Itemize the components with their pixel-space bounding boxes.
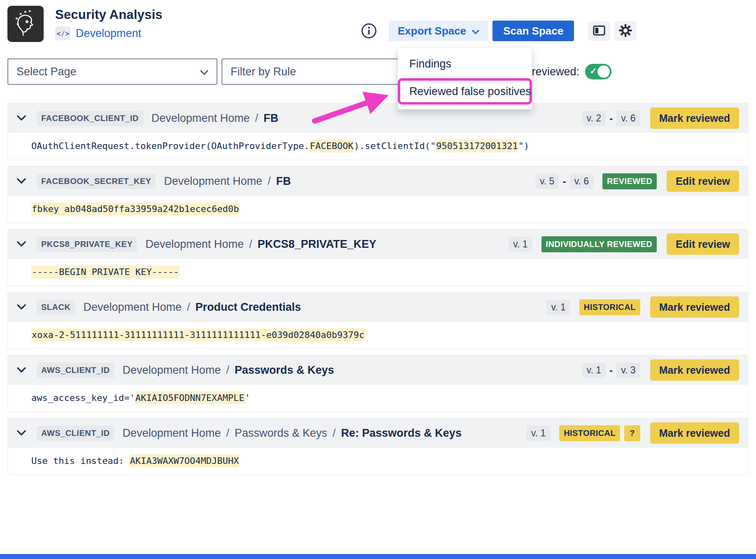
boards-view-button[interactable]: [588, 21, 610, 41]
menu-item-reviewed-false-positives[interactable]: Reviewed false positives: [398, 78, 532, 105]
breadcrumb: Development Home/FB: [164, 175, 291, 188]
breadcrumb-link[interactable]: Development Home: [123, 427, 221, 440]
code-snippet: OAuthClientRequest.tokenProvider(OAuthPr…: [31, 140, 529, 152]
settings-button[interactable]: [614, 21, 637, 41]
breadcrumb-separator: /: [226, 364, 229, 377]
svg-text:*: *: [16, 22, 19, 28]
finding-code: Use this instead: AKIA3WAXW7OO4MDJBUHX: [8, 448, 748, 475]
page-title: Security Analysis: [55, 7, 163, 22]
code-text: ).setClientId(": [354, 141, 436, 151]
scan-space-button[interactable]: Scan Space: [492, 21, 574, 41]
breadcrumb-link[interactable]: Development Home: [145, 238, 244, 251]
breadcrumb: Development Home/FB: [152, 112, 278, 125]
version-badge: v. 6: [570, 174, 593, 189]
check-icon: ✓: [590, 66, 597, 76]
finding-header: AWS_CLIENT_ID Development Home/Passwords…: [8, 355, 748, 385]
findings-list: FACEBOOK_CLIENT_ID Development Home/FB v…: [7, 103, 749, 475]
breadcrumb-link[interactable]: Re: Passwords & Keys: [341, 427, 462, 440]
space-row: </> Development: [55, 26, 163, 40]
secret-match: AKIA3WAXW7OO4MDJBUHX: [129, 454, 239, 467]
help-badge[interactable]: ?: [624, 425, 640, 441]
select-page-value: Select Page: [16, 65, 77, 78]
svg-text:*: *: [24, 10, 27, 16]
finding-header: FACEBOOK_CLIENT_ID Development Home/FB v…: [8, 103, 748, 133]
version-range: v. 2-v. 6: [582, 111, 640, 126]
secret-match: FACEBOOK: [310, 140, 354, 152]
export-menu: FindingsReviewed false positives: [398, 48, 532, 109]
breadcrumb-link[interactable]: FB: [276, 175, 291, 188]
code-text: Use this instead:: [31, 456, 129, 466]
finding-card: FACEBOOK_CLIENT_ID Development Home/FB v…: [7, 103, 749, 160]
finding-code: OAuthClientRequest.tokenProvider(OAuthPr…: [8, 133, 748, 160]
breadcrumb-link[interactable]: Development Home: [83, 301, 182, 314]
action-button[interactable]: Edit review: [667, 233, 739, 255]
version-dash: -: [562, 175, 566, 187]
action-button[interactable]: Mark reviewed: [650, 107, 739, 129]
secret-match: xoxa-2-511111111-31111111111-31111111111…: [31, 328, 365, 341]
rule-badge: FACEBOOK_CLIENT_ID: [37, 111, 143, 126]
breadcrumb: Development Home/Passwords & Keys/Re: Pa…: [123, 427, 462, 440]
breadcrumb-link[interactable]: Passwords & Keys: [235, 427, 327, 440]
menu-item-findings[interactable]: Findings: [398, 52, 532, 76]
breadcrumb-link[interactable]: Development Home: [152, 112, 250, 125]
finding-header: AWS_CLIENT_ID Development Home/Passwords…: [8, 418, 748, 448]
svg-text:*: *: [19, 12, 22, 18]
code-snippet: fbkey ab048ad50ffa33959a242b1ecec6ed0b: [31, 203, 239, 215]
action-button[interactable]: Mark reviewed: [650, 422, 739, 444]
finding-code: xoxa-2-511111111-31111111111-31111111111…: [8, 322, 748, 349]
version-range: v. 5-v. 6: [535, 174, 593, 189]
toggle-knob: [597, 65, 610, 78]
breadcrumb-separator: /: [226, 427, 229, 440]
version-badge: v. 1: [546, 300, 570, 315]
select-page-dropdown[interactable]: Select Page: [7, 58, 217, 85]
export-space-label: Export Space: [398, 25, 466, 37]
breadcrumb-link[interactable]: PKCS8_PRIVATE_KEY: [257, 238, 376, 251]
expand-chevron-icon[interactable]: [17, 115, 26, 121]
breadcrumb-link[interactable]: Passwords & Keys: [235, 364, 334, 377]
header-actions: Export Space Scan Space: [361, 21, 637, 41]
chevron-down-icon: [472, 25, 479, 37]
action-button[interactable]: Mark reviewed: [650, 296, 739, 318]
expand-chevron-icon[interactable]: [17, 430, 26, 436]
svg-text:*: *: [15, 16, 18, 22]
chevron-down-icon: [200, 65, 208, 78]
action-button[interactable]: Mark reviewed: [650, 359, 739, 381]
version-range: v. 1: [509, 237, 532, 252]
finding-code: fbkey ab048ad50ffa33959a242b1ecec6ed0b: [8, 196, 748, 223]
status-badges: HISTORICAL: [579, 299, 640, 315]
secret-match: AKIAIO5FODNN7EXAMPLE: [135, 391, 245, 404]
info-icon[interactable]: [361, 23, 377, 39]
code-text: ': [245, 393, 250, 403]
expand-chevron-icon[interactable]: [17, 367, 26, 373]
finding-code: -----BEGIN PRIVATE KEY-----: [8, 259, 748, 286]
status-badges: REVIEWED: [602, 173, 657, 189]
finding-card: AWS_CLIENT_ID Development Home/Passwords…: [7, 355, 749, 412]
breadcrumb-link[interactable]: Product Credentials: [196, 301, 301, 314]
version-dash: -: [609, 112, 613, 124]
version-badge: v. 1: [509, 237, 532, 252]
space-link[interactable]: Development: [76, 27, 141, 40]
space-type-icon: </>: [55, 26, 71, 40]
code-text: "): [518, 141, 530, 151]
action-button[interactable]: Edit review: [667, 170, 739, 192]
expand-chevron-icon[interactable]: [17, 304, 26, 310]
breadcrumb-link[interactable]: Development Home: [123, 364, 221, 377]
finding-header-right: v. 1-v. 3 Mark reviewed: [582, 359, 739, 381]
rule-badge: SLACK: [37, 300, 75, 315]
code-snippet: aws_access_key_id='AKIAIO5FODNN7EXAMPLE': [31, 391, 250, 404]
breadcrumb-link[interactable]: FB: [264, 112, 278, 125]
svg-text:*: *: [28, 10, 31, 15]
code-snippet: Use this instead: AKIA3WAXW7OO4MDJBUHX: [31, 454, 239, 467]
breadcrumb-link[interactable]: Development Home: [164, 175, 262, 188]
expand-chevron-icon[interactable]: [17, 178, 26, 184]
finding-header-right: v. 5-v. 6 REVIEWED Edit review: [535, 170, 739, 192]
expand-chevron-icon[interactable]: [17, 241, 26, 247]
export-space-button[interactable]: Export Space: [389, 21, 488, 41]
reviewed-toggle-group: y reviewed: ✓: [523, 64, 611, 79]
finding-header-right: v. 2-v. 6 Mark reviewed: [582, 107, 739, 129]
rule-badge: AWS_CLIENT_ID: [37, 426, 114, 441]
reviewed-toggle[interactable]: ✓: [585, 64, 611, 79]
app-header: ** ** * Security Analysis </> Developmen…: [0, 0, 756, 49]
gear-icon: [618, 23, 632, 39]
page: ** ** * Security Analysis </> Developmen…: [0, 0, 756, 559]
